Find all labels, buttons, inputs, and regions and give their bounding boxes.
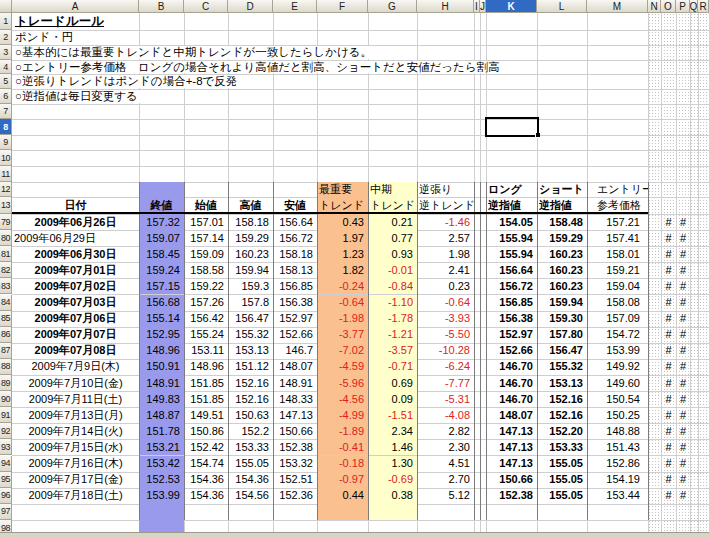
cell-e94[interactable]: 153.32 <box>273 456 318 473</box>
cell-h1[interactable] <box>417 13 475 31</box>
cell-n79[interactable] <box>648 214 662 231</box>
cell-l85[interactable]: 159.30 <box>537 311 588 328</box>
cell-h80[interactable]: 2.57 <box>417 230 475 247</box>
cell-b85[interactable]: 155.14 <box>139 311 185 328</box>
cell-m7[interactable] <box>587 104 649 120</box>
cell-n5[interactable] <box>648 74 662 90</box>
row-header-96[interactable]: 96 <box>0 488 12 504</box>
column-header-q[interactable]: Q <box>690 0 698 13</box>
cell-a92[interactable]: 2009年7月14日(火) <box>12 423 140 440</box>
cell-f87[interactable]: -7.02 <box>317 343 369 360</box>
cell-f91[interactable]: -4.99 <box>317 407 369 424</box>
cell-a83[interactable]: 2009年07月02日 <box>12 278 140 295</box>
cell-b10[interactable] <box>139 150 185 167</box>
cell-r88[interactable] <box>698 359 709 376</box>
cell-g6[interactable] <box>368 89 418 105</box>
cell-g12[interactable]: 中期 <box>368 182 418 198</box>
cell-o94[interactable]: # <box>661 456 677 473</box>
cell-g9[interactable] <box>368 135 418 151</box>
cell-e8[interactable] <box>273 119 318 136</box>
cell-f92[interactable]: -1.89 <box>317 423 369 440</box>
cell-c84[interactable]: 157.26 <box>184 295 229 312</box>
cell-l9[interactable] <box>537 135 588 151</box>
cell-a11[interactable] <box>12 166 140 183</box>
cell-d8[interactable] <box>228 119 274 136</box>
cell-r7[interactable] <box>698 104 709 120</box>
cell-p7[interactable] <box>676 104 691 120</box>
cell-d11[interactable] <box>228 166 274 183</box>
column-header-f[interactable]: F <box>317 0 368 13</box>
cell-f96[interactable]: 0.44 <box>317 488 369 505</box>
cell-m5[interactable] <box>587 74 649 90</box>
cell-d83[interactable]: 159.3 <box>228 278 274 295</box>
cell-k87[interactable]: 152.66 <box>486 343 538 360</box>
cell-e86[interactable]: 152.66 <box>273 327 318 344</box>
row-header-1[interactable]: 1 <box>0 13 12 30</box>
cell-e88[interactable]: 148.07 <box>273 359 318 376</box>
cell-f80[interactable]: 1.97 <box>317 230 369 247</box>
cell-a96[interactable]: 2009年7月18日(土) <box>12 488 140 505</box>
row-header-12[interactable]: 12 <box>0 182 12 197</box>
cell-k88[interactable]: 146.70 <box>486 359 538 376</box>
cell-f97[interactable] <box>317 504 369 521</box>
cell-d92[interactable]: 152.2 <box>228 423 274 440</box>
column-header-l[interactable]: L <box>537 0 587 13</box>
row-header-10[interactable]: 10 <box>0 150 12 166</box>
cell-b79[interactable]: 157.32 <box>139 214 185 231</box>
cell-p88[interactable]: # <box>676 359 691 376</box>
cell-m90[interactable]: 150.54 <box>587 391 649 408</box>
cell-k84[interactable]: 156.85 <box>486 295 538 312</box>
cell-o92[interactable]: # <box>661 423 677 440</box>
cell-b81[interactable]: 158.45 <box>139 246 185 263</box>
cell-f7[interactable] <box>317 104 369 120</box>
cell-b12[interactable] <box>139 182 185 198</box>
cell-n4[interactable] <box>648 60 662 75</box>
cell-b95[interactable]: 152.53 <box>139 472 185 489</box>
cell-r6[interactable] <box>698 89 709 105</box>
cell-n93[interactable] <box>648 439 662 456</box>
cell-p85[interactable]: # <box>676 311 691 328</box>
cell-p80[interactable]: # <box>676 230 691 247</box>
cell-n96[interactable] <box>648 488 662 505</box>
cell-d1[interactable] <box>228 13 274 31</box>
cell-p1[interactable] <box>676 13 691 31</box>
cell-e10[interactable] <box>273 150 318 167</box>
cell-n94[interactable] <box>648 456 662 473</box>
column-header-m[interactable]: M <box>587 0 648 13</box>
cell-e85[interactable]: 152.97 <box>273 311 318 328</box>
cell-g86[interactable]: -1.21 <box>368 327 418 344</box>
fill-handle[interactable] <box>535 133 540 138</box>
cell-l96[interactable]: 155.05 <box>537 488 588 505</box>
row-header-87[interactable]: 87 <box>0 343 12 359</box>
cell-h79[interactable]: -1.46 <box>417 214 475 231</box>
cell-f10[interactable] <box>317 150 369 167</box>
row-header-86[interactable]: 86 <box>0 327 12 343</box>
cell-h8[interactable] <box>417 119 475 136</box>
cell-m4[interactable] <box>587 60 649 75</box>
cell-c85[interactable]: 156.42 <box>184 311 229 328</box>
cell-e1[interactable] <box>273 13 318 31</box>
cell-g85[interactable]: -1.78 <box>368 311 418 328</box>
cell-k12[interactable]: ロング <box>486 182 538 198</box>
cell-r3[interactable] <box>698 45 709 61</box>
cell-p2[interactable] <box>676 30 691 46</box>
cell-c96[interactable]: 154.36 <box>184 488 229 505</box>
cell-b94[interactable]: 153.42 <box>139 456 185 473</box>
cell-f8[interactable] <box>317 119 369 136</box>
cell-r89[interactable] <box>698 375 709 392</box>
cell-r9[interactable] <box>698 135 709 151</box>
cell-l82[interactable]: 160.23 <box>537 262 588 279</box>
cell-e93[interactable]: 152.38 <box>273 439 318 456</box>
cell-k86[interactable]: 152.97 <box>486 327 538 344</box>
cell-f89[interactable]: -5.96 <box>317 375 369 392</box>
cell-h94[interactable]: 4.51 <box>417 456 475 473</box>
row-header-97[interactable]: 97 <box>0 504 12 520</box>
cell-e91[interactable]: 147.13 <box>273 407 318 424</box>
cell-l10[interactable] <box>537 150 588 167</box>
cell-c95[interactable]: 154.36 <box>184 472 229 489</box>
cell-p87[interactable]: # <box>676 343 691 360</box>
cell-h5[interactable] <box>417 74 475 90</box>
cell-c91[interactable]: 149.51 <box>184 407 229 424</box>
cell-p5[interactable] <box>676 74 691 90</box>
cell-p13[interactable] <box>676 197 691 215</box>
